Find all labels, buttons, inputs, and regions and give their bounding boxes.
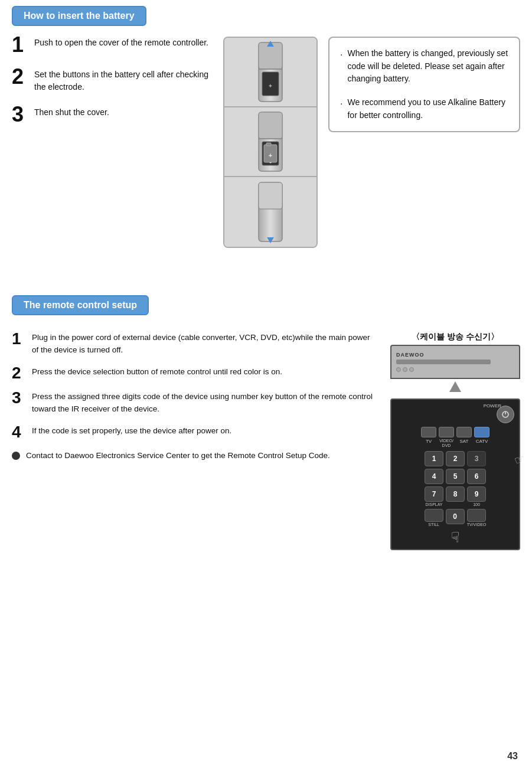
battery-img-3	[224, 177, 316, 247]
still-label: STILL	[428, 522, 439, 527]
tv-label: TV	[426, 439, 432, 444]
step-number-1: 1	[12, 34, 30, 55]
note-text-1: When the battery is changed, previously …	[347, 47, 508, 86]
battery-content: 1 Push to open the cover of the remote c…	[12, 37, 520, 248]
key-0[interactable]: 0	[446, 509, 465, 524]
source-sat: SAT	[456, 427, 472, 447]
device-illustration: 〈케이블 방송 수신기〉 DAEWOO	[390, 332, 520, 550]
key-6[interactable]: 6	[467, 469, 486, 484]
step-text-1: Push to open the cover of the remote con…	[34, 37, 208, 49]
tvvideo-group: TV/VIDEO	[467, 509, 487, 527]
light-1	[396, 367, 401, 372]
device-vent	[396, 360, 491, 364]
svg-rect-7	[259, 112, 282, 139]
source-row: TV VIDEO/DVD SAT CATV	[396, 427, 514, 447]
tvvideo-label: TV/VIDEO	[467, 522, 487, 527]
step-text-3: Then shut the cover.	[34, 106, 109, 119]
display-label: DISPLAY	[425, 502, 442, 507]
remote-step-2: 2 Press the device selection button of r…	[12, 366, 378, 381]
key-7[interactable]: 7	[425, 486, 443, 502]
remote-step-text-2: Press the device selection button of rem…	[32, 366, 282, 378]
note-item-1: · When the battery is changed, previousl…	[340, 47, 508, 86]
page-number: 43	[507, 751, 518, 762]
still-group: STILL	[425, 509, 443, 527]
step-text-2: Set the buttons in the battery cell afte…	[34, 68, 213, 93]
arrow-up-area	[390, 379, 520, 398]
battery-img-1: +	[224, 38, 316, 107]
remote-section-title-badge: The remote control setup	[12, 295, 149, 315]
device-lights	[396, 367, 514, 372]
notes-box: · When the battery is changed, previousl…	[328, 37, 520, 132]
step-number-3: 3	[12, 104, 30, 125]
note-bullet-2: ·	[340, 97, 342, 112]
circle-bullet-icon	[12, 452, 20, 460]
source-tv: TV	[421, 427, 436, 447]
num-row-3: 7 DISPLAY 8 9 100	[396, 486, 514, 507]
step-number-2: 2	[12, 66, 30, 87]
remote-step-num-1: 1	[12, 331, 27, 347]
dvd-label: VIDEO/DVD	[439, 439, 453, 447]
svg-text:-: -	[269, 158, 272, 165]
contact-step: Contact to Daewoo Electronics Service Ce…	[12, 450, 378, 462]
remote-step-3: 3 Press the assigned three digits code o…	[12, 391, 378, 416]
key-5[interactable]: 5	[446, 469, 465, 484]
power-row: POWER	[396, 406, 514, 423]
source-dvd: VIDEO/DVD	[439, 427, 454, 447]
svg-text:+: +	[269, 83, 272, 89]
still-button[interactable]	[425, 509, 443, 522]
dvd-button[interactable]	[439, 427, 454, 437]
remote-keypad-body: POWER TV VI	[390, 398, 520, 550]
key-4[interactable]: 4	[425, 469, 443, 484]
sat-label: SAT	[460, 439, 469, 444]
sat-button[interactable]	[456, 427, 472, 437]
remote-step-num-2: 2	[12, 365, 27, 381]
key-3[interactable]: 3	[467, 451, 486, 466]
remote-content: 1 Plug in the power cord of external dev…	[12, 332, 520, 550]
battery-section-title-badge: How to insert the battery	[12, 6, 146, 26]
key-7-group: 7 DISPLAY	[425, 486, 443, 507]
key-8[interactable]: 8	[446, 486, 465, 502]
remote-step-text-1: Plug in the power cord of external devic…	[32, 332, 378, 357]
note-bullet-1: ·	[340, 48, 342, 63]
source-catv: CATV	[474, 427, 489, 447]
hand-down-icon: ☞	[447, 531, 464, 544]
battery-step-2: 2 Set the buttons in the battery cell af…	[12, 68, 213, 93]
brand-label: DAEWOO	[396, 352, 514, 358]
svg-marker-18	[449, 381, 461, 392]
remote-step-num-3: 3	[12, 390, 27, 406]
svg-rect-11	[266, 143, 271, 146]
tv-button[interactable]	[421, 427, 436, 437]
remote-step-4: 4 If the code is set properly, use the d…	[12, 425, 378, 440]
key-9[interactable]: 9	[467, 486, 486, 502]
key-2[interactable]: 2	[446, 451, 465, 466]
remote-section: The remote control setup 1 Plug in the p…	[12, 295, 520, 550]
key-9-group: 9 100	[467, 486, 486, 507]
remote-steps: 1 Plug in the power cord of external dev…	[12, 332, 378, 462]
hand-pointer-bottom: ☞	[396, 529, 514, 545]
light-3	[409, 367, 414, 372]
remote-step-text-4: If the code is set properly, use the dev…	[32, 425, 231, 437]
note-item-2: · We recommend you to use Alkaline Batte…	[340, 96, 508, 122]
remote-step-1: 1 Plug in the power cord of external dev…	[12, 332, 378, 357]
section-divider	[12, 266, 520, 289]
power-label: POWER	[484, 403, 501, 409]
light-2	[403, 367, 407, 372]
battery-step-1: 1 Push to open the cover of the remote c…	[12, 37, 213, 55]
hand-pointer-icon: ☞	[512, 451, 527, 468]
remote-step-num-4: 4	[12, 424, 27, 440]
remote-step-text-3: Press the assigned three digits code of …	[32, 391, 378, 416]
tvvideo-button[interactable]	[467, 509, 486, 522]
device-label: 〈케이블 방송 수신기〉	[390, 332, 520, 342]
contact-text: Contact to Daewoo Electronics Service Ce…	[26, 450, 330, 462]
num-row-2: 4 5 6	[396, 469, 514, 484]
battery-step-3: 3 Then shut the cover.	[12, 106, 213, 125]
bottom-row: STILL 0 TV/VIDEO	[396, 509, 514, 527]
catv-label: CATV	[476, 439, 488, 444]
key-1[interactable]: 1	[425, 451, 443, 466]
battery-section: How to insert the battery 1 Push to open…	[12, 6, 520, 248]
cable-box-device: DAEWOO	[390, 345, 520, 379]
catv-button[interactable]	[474, 427, 489, 437]
num-row-1: 1 2 3 ☞	[396, 451, 514, 466]
hundred-label: 100	[473, 502, 480, 507]
battery-img-2: + -	[224, 107, 316, 177]
